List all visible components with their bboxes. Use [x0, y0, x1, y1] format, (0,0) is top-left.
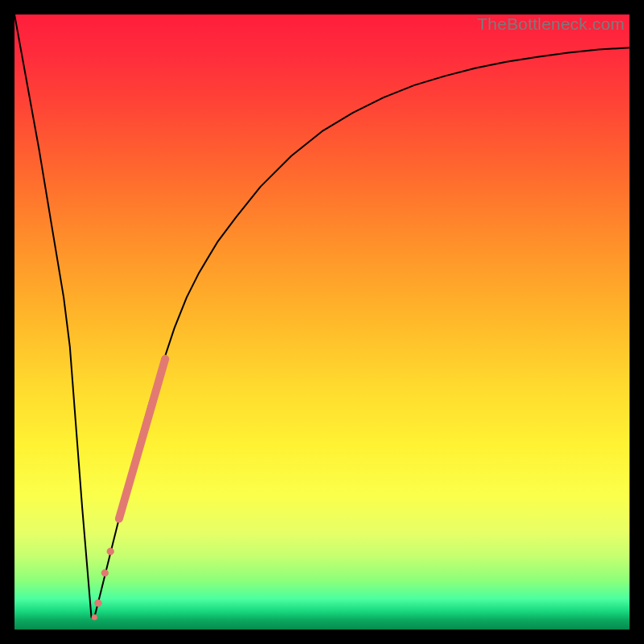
bottleneck-curve-svg	[14, 14, 630, 630]
marker-dot	[92, 614, 97, 620]
marker-segment	[119, 359, 165, 519]
watermark-text: TheBottleneck.com	[477, 14, 625, 34]
gradient-plot-area: TheBottleneck.com	[14, 14, 630, 630]
marker-dot	[95, 600, 102, 607]
marker-dot	[101, 569, 109, 576]
bottleneck-curve-path	[14, 14, 630, 617]
marker-dot	[107, 548, 114, 555]
data-markers	[92, 359, 165, 620]
chart-frame: TheBottleneck.com	[0, 0, 644, 644]
